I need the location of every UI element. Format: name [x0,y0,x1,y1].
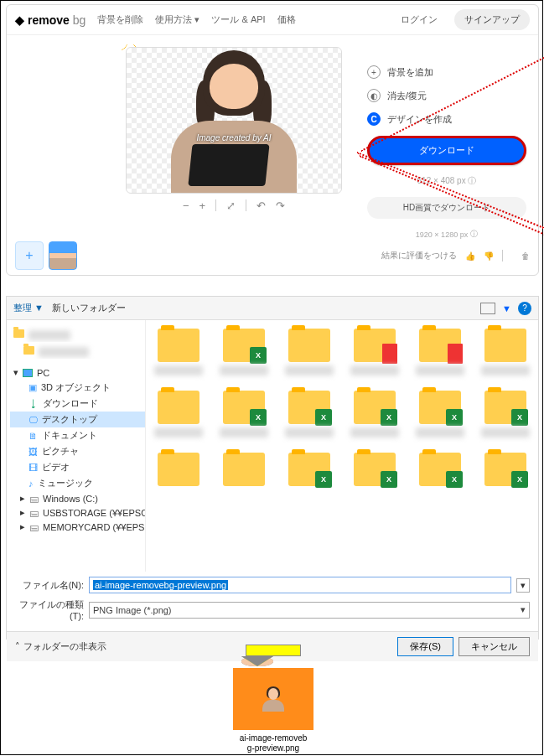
saved-file-preview: ai-image-removeb g-preview.png [225,668,321,753]
folder-item[interactable]: X [481,391,530,438]
add-image-button[interactable]: + [15,241,44,270]
folder-item[interactable] [220,453,268,486]
folder-icon [13,329,24,338]
login-link[interactable]: ログイン [401,13,438,26]
plus-icon: + [367,65,381,79]
cube-icon: ▣ [28,382,37,393]
filetype-select[interactable]: PNG Image (*.png)▾ [89,602,530,619]
undo-button[interactable]: ↶ [256,199,266,212]
top-nav: 背景を削除 使用方法 ▾ ツール & API 価格 [97,13,295,26]
flow-arrow-icon [227,641,319,665]
folder-item[interactable] [154,391,203,438]
chevron-right-icon[interactable]: ▸ [20,507,25,518]
filename-input[interactable]: ai-image-removebg-preview.png [89,577,511,593]
nav-howto[interactable]: 使用方法 ▾ [155,13,199,26]
thumbnails-bar: + 結果に評価をつける 👍 👎 🗑 [15,241,530,270]
drive-icon: 🖴 [29,508,39,518]
cancel-button[interactable]: キャンセル [459,637,530,656]
create-design-btn[interactable]: Cデザインを作成 [367,112,526,126]
tree-music[interactable]: ミュージック [38,477,93,489]
hide-folders-toggle[interactable]: ˄フォルダーの非表示 [15,640,106,653]
nav-tools-api[interactable]: ツール & API [211,13,265,26]
chevron-down-icon[interactable]: ▾ [13,367,18,378]
chevron-down-icon: ▾ [521,604,526,615]
folder-item[interactable]: X [481,453,530,486]
view-dropdown-icon[interactable]: ▼ [502,303,511,313]
filename-label: ファイル名(N): [15,579,84,592]
folder-item[interactable] [481,329,530,375]
eraser-icon: ◆ [15,13,24,27]
folder-item[interactable]: X [285,391,334,438]
folder-item[interactable] [154,329,203,375]
watermark-text: Image created by AI [196,133,271,142]
pc-icon [23,369,33,377]
folder-item[interactable]: X [350,453,399,486]
zoom-in-button[interactable]: + [199,199,206,212]
folder-item[interactable]: X [416,391,464,438]
tree-3dobjects[interactable]: 3D オブジェクト [41,381,111,394]
info-icon[interactable]: ⓘ [468,176,476,185]
thumbnail-1[interactable] [49,241,77,270]
info-icon[interactable]: ⓘ [470,229,478,240]
document-icon: 🗎 [28,431,38,441]
person-illustration [163,50,305,193]
file-list[interactable]: X X X X X X X X [146,320,538,572]
desktop-icon: 🖵 [28,415,38,425]
delete-button[interactable]: 🗑 [521,251,530,261]
tree-downloads[interactable]: ダウンロード [43,397,98,410]
redo-button[interactable]: ↷ [276,199,285,212]
logo[interactable]: ◆ removebg [15,13,85,27]
organize-menu[interactable]: 整理 ▼ [13,302,44,314]
new-folder-button[interactable]: 新しいフォルダー [52,302,126,314]
download-icon: ⭣ [28,398,39,410]
folder-item[interactable]: X [416,453,464,486]
zoom-out-button[interactable]: − [183,199,189,212]
erase-restore-btn[interactable]: ◐消去/復元 [367,89,526,102]
removebg-panel: ◆ removebg 背景を削除 使用方法 ▾ ツール & API 価格 ログイ… [6,4,539,276]
picture-icon: 🖼 [28,447,38,457]
tree-documents[interactable]: ドキュメント [42,429,97,442]
saved-file-icon[interactable] [233,668,313,730]
tree-videos[interactable]: ビデオ [42,461,70,474]
signup-button[interactable]: サインアップ [454,9,530,30]
nav-pricing[interactable]: 価格 [277,13,296,26]
download-button[interactable]: ダウンロード [367,136,526,165]
folder-icon [23,346,34,355]
thumbs-up-button[interactable]: 👍 [465,251,475,261]
hd-dimensions: 1920 × 1280 px ⓘ [367,229,526,240]
folder-item[interactable]: X [350,391,399,438]
folder-item[interactable] [285,329,334,375]
rate-result-label: 結果に評価をつける [381,250,457,261]
help-icon[interactable]: ? [518,302,531,315]
zoom-toolbar: − + ⤢ ↶ ↷ [126,194,342,217]
canva-icon: C [367,112,381,126]
tree-windows-c[interactable]: Windows (C:) [43,494,98,504]
folder-item[interactable]: X [285,453,334,486]
eraser-icon: ◐ [367,89,381,102]
drive-icon: 🖴 [29,494,39,504]
folder-item[interactable] [350,329,399,375]
folder-item[interactable] [154,453,203,486]
folder-item[interactable]: X [220,391,268,438]
drive-icon: 🖴 [29,522,39,532]
tree-desktop[interactable]: デスクトップ [42,413,97,426]
tree-memcard[interactable]: MEMORYCARD (¥¥EPSON [43,522,145,532]
tree-pc[interactable]: PC [37,368,49,378]
image-preview[interactable]: Image created by AI [126,47,342,194]
tree-pictures[interactable]: ピクチャ [42,445,79,458]
folder-item[interactable] [416,329,464,375]
fit-button[interactable]: ⤢ [226,199,236,212]
header: ◆ removebg 背景を削除 使用方法 ▾ ツール & API 価格 ログイ… [7,5,538,35]
filename-dropdown-icon[interactable]: ▾ [516,578,530,593]
filetype-label: ファイルの種類(T): [15,598,84,621]
tree-usb[interactable]: USBSTORAGE (¥¥EPSON50 [43,508,145,518]
nav-tree[interactable]: ▾PC ▣3D オブジェクト ⭣ダウンロード 🖵デスクトップ 🗎ドキュメント 🖼… [7,320,146,572]
folder-item[interactable]: X [220,329,268,375]
chevron-right-icon[interactable]: ▸ [20,521,25,532]
thumbs-down-button[interactable]: 👎 [484,251,494,261]
view-mode-button[interactable] [480,303,495,314]
save-button[interactable]: 保存(S) [397,637,453,656]
logo-sub: bg [73,13,86,27]
nav-remove-bg[interactable]: 背景を削除 [97,13,143,26]
chevron-right-icon[interactable]: ▸ [20,493,25,504]
